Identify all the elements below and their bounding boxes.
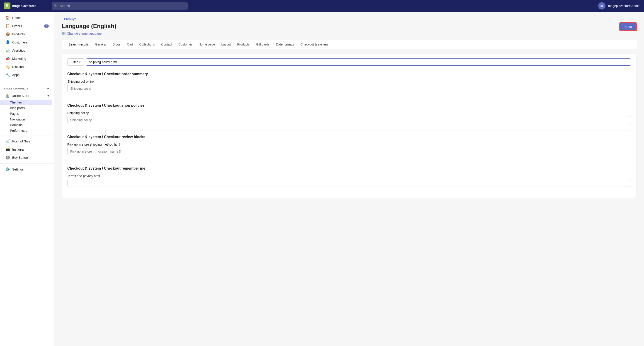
search-filter-input[interactable]: [86, 58, 631, 66]
change-theme-language-link[interactable]: 🔡 Change theme language: [62, 32, 637, 35]
sidebar-item-online-store[interactable]: 🏪 Online Store 👁: [2, 92, 52, 99]
tab-cart[interactable]: Cart: [124, 40, 136, 49]
section-heading-checkout-shop-policies: Checkout & system / Checkout shop polici…: [67, 103, 631, 108]
tab-date-formats[interactable]: Date formats: [273, 40, 297, 49]
sidebar-label-apps: Apps: [12, 73, 20, 77]
field-label-pickup-shipping-html: Pick up in store shipping method html: [67, 143, 631, 146]
sidebar-sub-themes[interactable]: Themes: [0, 100, 52, 105]
tab-products[interactable]: Products: [234, 40, 253, 49]
section-checkout-review-blocks: Checkout & system / Checkout review bloc…: [67, 135, 631, 155]
sidebar-divider-2: [0, 135, 54, 135]
sidebar-item-point-of-sale[interactable]: 🛒 Point of Sale: [2, 137, 52, 145]
admin-avatar[interactable]: M: [598, 2, 606, 9]
sales-channels-section: SALES CHANNELS +: [0, 83, 54, 92]
topnav-right: M mageplazastore Admin: [598, 2, 640, 9]
layout: 🏠 Home 📋 Orders 9 📦 Products 👤 Customers…: [0, 12, 644, 346]
sidebar-item-apps[interactable]: 🔧 Apps: [2, 71, 52, 79]
settings-icon: ⚙️: [6, 167, 10, 171]
tab-general[interactable]: General: [92, 40, 110, 49]
field-shipping-policy[interactable]: [67, 116, 631, 124]
sidebar-sub-preferences[interactable]: Preferences: [0, 128, 52, 133]
filter-row: Filter ▾: [67, 58, 631, 66]
sidebar-sub-domains[interactable]: Domains: [0, 122, 52, 128]
breadcrumb-label: Brooklyn: [64, 17, 76, 21]
page-title: Language (English): [62, 23, 116, 30]
sidebar-divider-1: [0, 81, 54, 81]
sales-channels-label: SALES CHANNELS: [4, 87, 28, 90]
section-heading-checkout-review-blocks: Checkout & system / Checkout review bloc…: [67, 135, 631, 139]
sidebar-item-products[interactable]: 📦 Products: [2, 30, 52, 38]
search-bar[interactable]: 🔍: [52, 2, 188, 10]
sidebar-sub-navigation[interactable]: Navigation: [0, 117, 52, 122]
point-of-sale-icon: 🛒: [6, 139, 10, 143]
field-terms-privacy-html[interactable]: [67, 179, 631, 187]
eye-button[interactable]: 👁: [47, 94, 50, 98]
discounts-icon: 🏷️: [6, 64, 10, 69]
field-shipping-policy-link[interactable]: [67, 85, 631, 92]
section-checkout-remember-me: Checkout & system / Checkout remember me…: [67, 166, 631, 187]
field-label-shipping-policy-link: Shipping policy link: [67, 80, 631, 83]
sidebar-label-buy-button: Buy Button: [12, 156, 28, 159]
tab-customer[interactable]: Customer: [176, 40, 196, 49]
products-icon: 📦: [6, 32, 10, 36]
field-label-terms-privacy-html: Terms and privacy html: [67, 174, 631, 178]
tab-layout[interactable]: Layout: [218, 40, 234, 49]
sidebar-label-point-of-sale: Point of Sale: [12, 139, 30, 143]
filter-button[interactable]: Filter ▾: [67, 58, 84, 66]
sidebar-item-home[interactable]: 🏠 Home: [2, 14, 52, 22]
sidebar-item-customers[interactable]: 👤 Customers: [2, 38, 52, 46]
search-icon: 🔍: [54, 4, 58, 8]
translate-icon: 🔡: [62, 32, 66, 35]
sidebar-item-discounts[interactable]: 🏷️ Discounts: [2, 63, 52, 71]
tab-collections[interactable]: Collections: [136, 40, 158, 49]
sidebar-label-marketing: Marketing: [12, 57, 26, 60]
sidebar-label-discounts: Discounts: [12, 65, 26, 69]
marketing-icon: 📣: [6, 56, 10, 61]
save-button[interactable]: Save: [620, 23, 637, 31]
customers-icon: 👤: [6, 40, 10, 44]
divider-1: [67, 99, 631, 99]
sidebar-label-orders: Orders: [12, 24, 22, 28]
chevron-down-icon: ▾: [79, 60, 81, 64]
divider-2: [67, 130, 631, 130]
tab-blogs[interactable]: Blogs: [110, 40, 124, 49]
sidebar-label-customers: Customers: [12, 40, 28, 44]
section-checkout-order-summary: Checkout & system / Checkout order summa…: [67, 72, 631, 92]
tab-home-page[interactable]: Home page: [195, 40, 218, 49]
section-checkout-shop-policies: Checkout & system / Checkout shop polici…: [67, 103, 631, 124]
orders-badge: 9: [44, 24, 49, 28]
change-theme-language-label: Change theme language: [67, 32, 102, 35]
add-sales-channel-button[interactable]: +: [46, 86, 50, 91]
field-pickup-shipping-html[interactable]: [67, 148, 631, 155]
main-content: ‹ Brooklyn Language (English) Save 🔡 Cha…: [54, 12, 644, 346]
tabs-bar: Search results General Blogs Cart Collec…: [62, 40, 637, 49]
tab-contact[interactable]: Contact: [158, 40, 175, 49]
sidebar-label-settings: Settings: [12, 168, 24, 171]
section-heading-checkout-remember-me: Checkout & system / Checkout remember me: [67, 166, 631, 171]
apps-icon: 🔧: [6, 73, 10, 77]
breadcrumb[interactable]: ‹ Brooklyn: [62, 17, 637, 21]
store-name: mageplazastore: [12, 4, 36, 8]
tab-checkout-system[interactable]: Checkout & system: [297, 40, 331, 49]
content-card: Filter ▾ Checkout & system / Checkout or…: [62, 54, 637, 198]
top-nav: S mageplazastore 🔍 M mageplazastore Admi…: [0, 0, 644, 12]
sidebar-label-products: Products: [12, 32, 25, 36]
store-logo[interactable]: S mageplazastore: [4, 2, 49, 9]
section-heading-checkout-order-summary: Checkout & system / Checkout order summa…: [67, 72, 631, 76]
sidebar-item-marketing[interactable]: 📣 Marketing: [2, 54, 52, 62]
orders-icon: 📋: [6, 24, 10, 28]
sidebar-item-buy-button[interactable]: 🔘 Buy Button: [2, 154, 52, 161]
sidebar-item-analytics[interactable]: 📊 Analytics: [2, 46, 52, 54]
sidebar-sub-pages[interactable]: Pages: [0, 111, 52, 116]
sidebar-item-settings[interactable]: ⚙️ Settings: [2, 165, 52, 173]
tab-search-results[interactable]: Search results: [65, 40, 92, 49]
admin-label: mageplazastore Admin: [608, 4, 640, 8]
field-label-shipping-policy: Shipping policy: [67, 111, 631, 115]
search-input[interactable]: [52, 2, 188, 10]
sidebar-item-orders[interactable]: 📋 Orders 9: [2, 22, 52, 30]
sidebar-item-instagram[interactable]: 📸 Instagram: [2, 145, 52, 153]
sidebar-label-home: Home: [12, 16, 20, 20]
tab-gift-cards[interactable]: Gift cards: [253, 40, 273, 49]
sidebar-sub-blog-posts[interactable]: Blog posts: [0, 105, 52, 111]
filter-label: Filter: [71, 60, 78, 64]
